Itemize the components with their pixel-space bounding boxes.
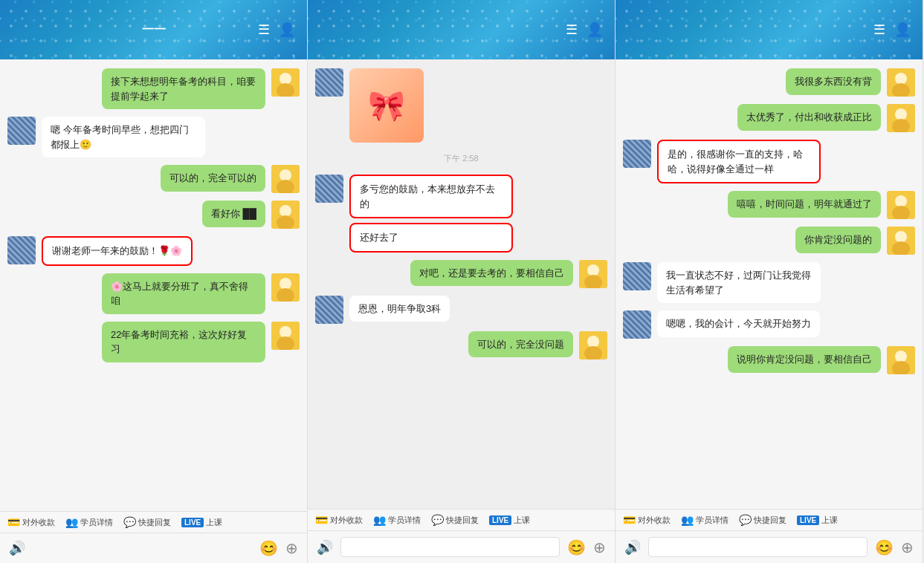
- payment-action[interactable]: 💳 对外收款: [623, 514, 671, 526]
- table-row: 太优秀了，付出和收获成正比: [623, 104, 915, 132]
- table-row: 可以的，完全没问题: [315, 331, 607, 359]
- middle-header-icons: ☰ 👤: [566, 22, 603, 38]
- avatar-image: [887, 104, 915, 132]
- left-header: 一一 ☰ 👤: [0, 0, 307, 59]
- message-input[interactable]: [340, 537, 560, 557]
- left-panel: 一一 ☰ 👤 接下来想想明年备考的科目，咱要提前学起来了 嗯 今年备考时间早些，…: [0, 0, 308, 563]
- avatar: [271, 165, 300, 193]
- avatar: [315, 296, 343, 324]
- avatar: [623, 140, 651, 168]
- message-bubble: 嘻嘻，时间问题，明年就通过了: [728, 191, 881, 218]
- middle-footer-actions: 💳 对外收款 👥 学员详情 💬 快捷回复 LIVE 上课: [308, 509, 615, 530]
- message-bubble: 嗯 今年备考时间早些，想把四门都报上🙂: [42, 117, 205, 157]
- middle-header: ☰ 👤: [308, 0, 615, 59]
- left-header-icons: ☰ 👤: [258, 22, 295, 38]
- live-badge: LIVE: [489, 515, 511, 525]
- left-footer-actions: 💳 对外收款 👥 学员详情 💬 快捷回复 LIVE 上课: [0, 511, 307, 533]
- middle-chat-body: 🎀 下午 2:58 多亏您的鼓励，本来想放弃不去的 还好去了: [308, 59, 615, 509]
- table-row: 你肯定没问题的: [623, 227, 915, 255]
- live-action[interactable]: LIVE 上课: [489, 515, 530, 526]
- highlighted-message-bubble: 多亏您的鼓励，本来想放弃不去的: [349, 175, 513, 218]
- message-bubble: 我很多东西没有背: [786, 68, 881, 95]
- right-chat-body: 我很多东西没有背 太优秀了，付出和收获成正比 是的，很感谢你一直的支持，哈哈，说…: [616, 59, 923, 509]
- add-icon[interactable]: ⊕: [901, 538, 914, 556]
- quick-reply-action[interactable]: 💬 快捷回复: [431, 514, 479, 526]
- quick-reply-action[interactable]: 💬 快捷回复: [123, 516, 171, 528]
- message-bubble: 对吧，还是要去考的，要相信自己: [410, 260, 573, 287]
- avatar-image: [887, 227, 915, 255]
- avatar: [623, 262, 651, 290]
- table-row: 我一直状态不好，过两门让我觉得生活有希望了: [623, 262, 915, 303]
- menu-icon[interactable]: ☰: [566, 22, 578, 38]
- student-detail-action[interactable]: 👥 学员详情: [65, 516, 113, 528]
- table-row: 可以的，完全可以的: [7, 165, 300, 193]
- right-header-icons: ☰ 👤: [873, 22, 911, 38]
- right-input-bar: 🔊 😊 ⊕: [616, 530, 923, 563]
- avatar: [579, 260, 607, 288]
- student-icon: 👥: [681, 514, 694, 526]
- voice-icon[interactable]: 🔊: [317, 539, 333, 556]
- message-bubble: 看好你 ██: [202, 201, 265, 227]
- table-row: 嘻嘻，时间问题，明年就通过了: [623, 191, 915, 219]
- payment-icon: 💳: [623, 514, 636, 526]
- avatar-image: [271, 201, 300, 229]
- message-group: 多亏您的鼓励，本来想放弃不去的 还好去了: [349, 175, 513, 253]
- add-icon[interactable]: ⊕: [285, 539, 298, 557]
- left-input-bar: 🔊 😊 ⊕: [0, 533, 307, 563]
- table-row: 接下来想想明年备考的科目，咱要提前学起来了: [7, 68, 300, 109]
- avatar: [315, 175, 343, 203]
- avatar: [887, 104, 915, 132]
- menu-icon[interactable]: ☰: [873, 22, 885, 38]
- user-icon[interactable]: 👤: [279, 22, 295, 38]
- emoji-icon[interactable]: 😊: [875, 538, 894, 556]
- avatar: [887, 227, 915, 255]
- user-icon[interactable]: 👤: [894, 22, 911, 38]
- message-bubble: 说明你肯定没问题，要相信自己: [728, 346, 881, 373]
- avatar-image: [271, 165, 300, 193]
- avatar-image: [623, 262, 651, 290]
- emoji-icon[interactable]: 😊: [259, 539, 278, 557]
- avatar: [623, 310, 651, 339]
- avatar-image: [623, 140, 651, 168]
- message-bubble: 我一直状态不好，过两门让我觉得生活有希望了: [657, 262, 821, 303]
- emoji-icon[interactable]: 😊: [567, 538, 586, 556]
- avatar-image: [315, 68, 343, 97]
- message-bubble: 可以的，完全可以的: [161, 165, 265, 192]
- right-header: ☰ 👤: [616, 0, 923, 59]
- menu-icon[interactable]: ☰: [258, 22, 270, 38]
- table-row: 恩恩，明年争取3科: [315, 296, 607, 324]
- middle-input-bar: 🔊 😊 ⊕: [308, 530, 615, 563]
- avatar: [7, 117, 36, 145]
- message-bubble: 太优秀了，付出和收获成正比: [737, 104, 881, 131]
- avatar: [887, 346, 915, 374]
- payment-action[interactable]: 💳 对外收款: [315, 514, 363, 526]
- user-icon[interactable]: 👤: [587, 22, 603, 38]
- table-row: 说明你肯定没问题，要相信自己: [623, 346, 915, 374]
- avatar: [315, 68, 343, 97]
- message-input[interactable]: [648, 537, 868, 557]
- quick-reply-icon: 💬: [739, 514, 752, 526]
- student-detail-action[interactable]: 👥 学员详情: [373, 514, 421, 526]
- message-bubble: 可以的，完全没问题: [468, 331, 573, 358]
- voice-icon[interactable]: 🔊: [9, 540, 25, 556]
- message-bubble: 🌸这马上就要分班了，真不舍得咱: [102, 273, 265, 314]
- quick-reply-icon: 💬: [123, 516, 136, 528]
- student-detail-action[interactable]: 👥 学员详情: [681, 514, 728, 526]
- message-bubble: 接下来想想明年备考的科目，咱要提前学起来了: [102, 68, 265, 109]
- avatar-image: [271, 273, 300, 302]
- table-row: 🎀: [315, 68, 607, 143]
- add-icon[interactable]: ⊕: [593, 538, 606, 556]
- avatar-image: [579, 260, 607, 288]
- live-action[interactable]: LIVE 上课: [797, 515, 838, 526]
- avatar-image: [271, 322, 300, 350]
- quick-reply-icon: 💬: [431, 514, 444, 526]
- payment-action[interactable]: 💳 对外收款: [7, 516, 55, 528]
- highlighted-message-bubble: 谢谢老师一年来的鼓励！🌹🌸: [42, 236, 193, 266]
- avatar: [271, 201, 300, 229]
- avatar: [887, 68, 915, 97]
- quick-reply-action[interactable]: 💬 快捷回复: [739, 514, 786, 526]
- avatar-image: [887, 191, 915, 219]
- live-action[interactable]: LIVE 上课: [181, 517, 222, 528]
- voice-icon[interactable]: 🔊: [624, 539, 641, 556]
- table-row: 是的，很感谢你一直的支持，哈哈，说得好像全通过一样: [623, 140, 915, 183]
